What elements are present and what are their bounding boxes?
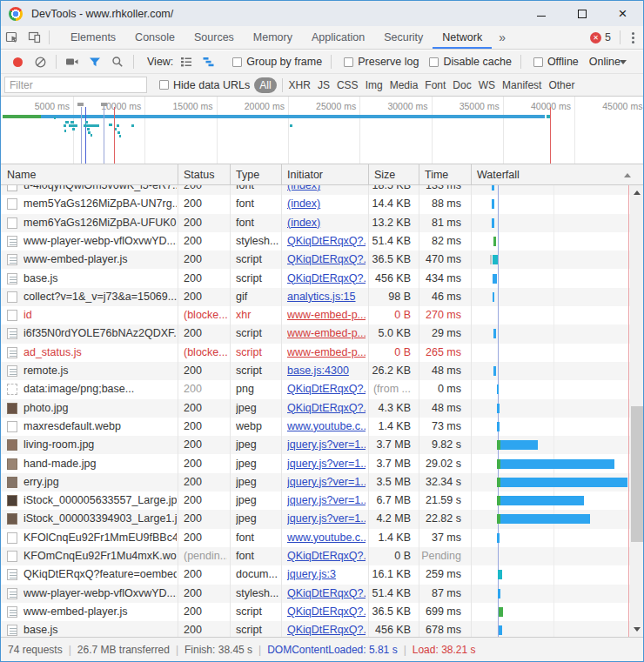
- disable-cache-checkbox[interactable]: Disable cache: [426, 56, 512, 68]
- timeline-overview[interactable]: 5000 ms10000 ms15000 ms20000 ms25000 ms3…: [1, 97, 643, 164]
- initiator-link[interactable]: (index): [287, 197, 320, 210]
- filter-pill-js[interactable]: JS: [315, 77, 332, 93]
- table-row[interactable]: KFOmCnqEu92Fr1Mu4mxK.wo...(pendin...font…: [1, 547, 643, 565]
- initiator-link[interactable]: www.youtube.c...: [287, 532, 366, 544]
- initiator-link[interactable]: www-embed-p...: [287, 327, 366, 339]
- initiator-link[interactable]: www.youtube.c...: [287, 420, 366, 432]
- tab-application[interactable]: Application: [302, 26, 374, 49]
- device-toolbar-icon[interactable]: [23, 26, 46, 49]
- table-row[interactable]: base.js200scriptQKiqDtERqxQ?...456 KB434…: [1, 270, 643, 288]
- throttling-select[interactable]: Online: [589, 56, 621, 68]
- screenshot-camera-icon[interactable]: [61, 51, 84, 72]
- table-row[interactable]: ad_status.js(blocke...scriptwww-embed-p.…: [1, 344, 643, 362]
- filter-pill-img[interactable]: Img: [363, 77, 386, 93]
- scrollbar-thumb[interactable]: [631, 406, 643, 542]
- record-button[interactable]: [6, 51, 29, 72]
- initiator-link[interactable]: jquery.js?ver=1...: [287, 476, 366, 488]
- close-button[interactable]: ×: [602, 1, 643, 26]
- error-badge-icon[interactable]: ✕: [590, 32, 601, 43]
- initiator-link[interactable]: QKiqDtERqxQ?...: [287, 550, 366, 562]
- initiator-link[interactable]: (index): [287, 217, 320, 229]
- tab-network[interactable]: Network: [433, 26, 492, 49]
- maximize-button[interactable]: [561, 1, 602, 26]
- table-row[interactable]: maxresdefault.webp200webpwww.youtube.c..…: [1, 418, 643, 436]
- filter-funnel-icon[interactable]: [84, 51, 106, 72]
- filter-pill-manifest[interactable]: Manifest: [500, 77, 544, 93]
- minimize-button[interactable]: [520, 1, 561, 26]
- initiator-link[interactable]: QKiqDtERqxQ?...: [287, 587, 366, 599]
- filter-pill-media[interactable]: Media: [387, 77, 421, 93]
- table-row[interactable]: id(blocke...xhrwww-embed-p...0 B270 ms: [1, 306, 643, 324]
- filter-pill-font[interactable]: Font: [422, 77, 448, 93]
- column-header-initiator[interactable]: Initiator: [281, 164, 368, 184]
- initiator-link[interactable]: jquery.js?ver=1...: [287, 438, 366, 451]
- inspect-element-icon[interactable]: [1, 26, 23, 49]
- table-row[interactable]: www-player-webp-vflOxvwYD....200stylesh.…: [1, 232, 643, 251]
- filter-pill-all[interactable]: All: [254, 77, 276, 93]
- column-header-type[interactable]: Type: [230, 164, 281, 184]
- table-row[interactable]: KFOlCnqEu92Fr1MmEU9fBBc4....200fontwww.y…: [1, 529, 643, 547]
- filter-pill-css[interactable]: CSS: [334, 77, 361, 93]
- scroll-down-icon[interactable]: [630, 622, 644, 637]
- table-row[interactable]: i6f35N0rdYOLE76bNAz2QDXF...200scriptwww-…: [1, 324, 643, 343]
- table-row[interactable]: photo.jpg200jpegQKiqDtERqxQ?...4.3 KB48 …: [1, 399, 643, 418]
- initiator-link[interactable]: jquery.js?ver=1...: [287, 458, 366, 470]
- initiator-link[interactable]: analytics.js:15: [287, 291, 356, 303]
- initiator-link[interactable]: (index): [287, 185, 320, 191]
- initiator-link[interactable]: base.js:4300: [287, 364, 349, 377]
- view-waterfall-icon[interactable]: [198, 51, 220, 72]
- table-row[interactable]: mem6YaGs126MiZpBA-UFUK0...200font(index)…: [1, 214, 643, 232]
- initiator-link[interactable]: www-embed-p...: [287, 309, 366, 321]
- hide-data-urls-checkbox[interactable]: Hide data URLs: [156, 79, 250, 91]
- column-header-status[interactable]: Status: [178, 164, 230, 184]
- initiator-link[interactable]: QKiqDtERqxQ?...: [287, 253, 366, 265]
- table-row[interactable]: collect?v=1&_v=j73&a=15069...200gifanaly…: [1, 288, 643, 306]
- initiator-link[interactable]: jquery.js?ver=1...: [287, 494, 366, 506]
- more-tabs-button[interactable]: »: [492, 26, 513, 49]
- initiator-link[interactable]: jquery.js?ver=1...: [287, 512, 366, 525]
- initiator-link[interactable]: QKiqDtERqxQ?...: [287, 402, 366, 414]
- group-by-frame-checkbox[interactable]: Group by frame: [229, 56, 322, 68]
- offline-checkbox[interactable]: Offline: [530, 56, 579, 68]
- initiator-link[interactable]: jquery.js:3: [287, 568, 336, 580]
- filter-pill-xhr[interactable]: XHR: [286, 77, 313, 93]
- initiator-link[interactable]: QKiqDtERqxQ?...: [287, 235, 366, 247]
- table-row[interactable]: u-4l0qyhQwiOm5v6wK_l5-eR7...200font(inde…: [1, 185, 643, 195]
- table-row[interactable]: hand-made.jpg200jpegjquery.js?ver=1...3.…: [1, 455, 643, 473]
- throttling-dropdown-icon[interactable]: [620, 60, 627, 64]
- table-row[interactable]: mem5YaGs126MiZpBA-UN7rg...200font(index)…: [1, 195, 643, 213]
- filter-pill-doc[interactable]: Doc: [450, 77, 473, 93]
- column-header-waterfall[interactable]: Waterfall: [471, 164, 644, 184]
- table-row[interactable]: erry.jpg200jpegjquery.js?ver=1...3.5 MB3…: [1, 473, 643, 491]
- tab-sources[interactable]: Sources: [184, 26, 244, 49]
- filter-pill-ws[interactable]: WS: [476, 77, 498, 93]
- table-row[interactable]: www-embed-player.js200scriptQKiqDtERqxQ?…: [1, 603, 643, 621]
- scroll-up-icon[interactable]: [630, 185, 644, 200]
- table-row[interactable]: remote.js200scriptbase.js:430026.2 KB48 …: [1, 362, 643, 380]
- column-header-name[interactable]: Name: [1, 164, 178, 184]
- vertical-scrollbar[interactable]: [630, 185, 644, 637]
- table-row[interactable]: QKiqDtERqxQ?feature=oembed200docum...jqu…: [1, 565, 643, 584]
- column-header-time[interactable]: Time: [419, 164, 471, 184]
- initiator-link[interactable]: QKiqDtERqxQ?...: [287, 383, 366, 395]
- filter-pill-other[interactable]: Other: [546, 77, 577, 93]
- table-row[interactable]: living-room.jpg200jpegjquery.js?ver=1...…: [1, 436, 643, 454]
- table-row[interactable]: www-embed-player.js200scriptQKiqDtERqxQ?…: [1, 251, 643, 269]
- tab-security[interactable]: Security: [374, 26, 433, 49]
- table-row[interactable]: iStock_000005633557_Large.jpg200jpegjque…: [1, 491, 643, 510]
- table-row[interactable]: data:image/png;base...200pngQKiqDtERqxQ?…: [1, 380, 643, 398]
- table-row[interactable]: base.js200scriptQKiqDtERqxQ?...456 KB678…: [1, 621, 643, 637]
- table-row[interactable]: www-player-webp-vflOxvwYD....200stylesh.…: [1, 585, 643, 603]
- initiator-link[interactable]: QKiqDtERqxQ?...: [287, 624, 366, 636]
- settings-kebab-icon[interactable]: [632, 32, 634, 43]
- initiator-link[interactable]: QKiqDtERqxQ?...: [287, 605, 366, 618]
- table-row[interactable]: iStock_000003394903_Large1.j...200jpegjq…: [1, 510, 643, 528]
- tab-memory[interactable]: Memory: [244, 26, 302, 49]
- view-list-icon[interactable]: [175, 51, 198, 72]
- preserve-log-checkbox[interactable]: Preserve log: [340, 56, 419, 68]
- tab-console[interactable]: Console: [125, 26, 184, 49]
- search-icon[interactable]: [106, 51, 129, 72]
- initiator-link[interactable]: QKiqDtERqxQ?...: [287, 272, 366, 284]
- clear-button[interactable]: [29, 51, 51, 72]
- column-header-size[interactable]: Size: [368, 164, 419, 184]
